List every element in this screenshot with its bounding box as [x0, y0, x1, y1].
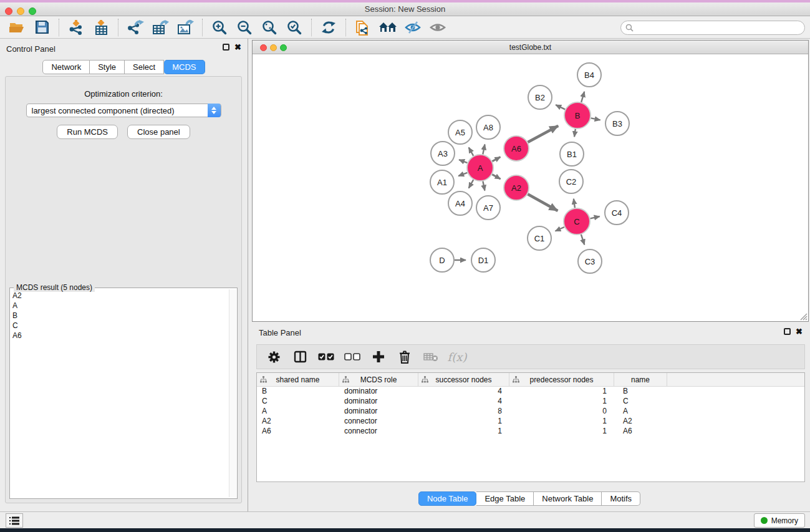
- hide-selected-button[interactable]: [400, 18, 425, 37]
- table-row[interactable]: Adominator80A: [257, 407, 804, 417]
- delete-column-button[interactable]: [393, 347, 417, 367]
- export-image-button[interactable]: [173, 18, 198, 37]
- show-column-button[interactable]: [288, 347, 312, 367]
- table-tab-network-table[interactable]: Network Table: [534, 491, 602, 506]
- show-all-button[interactable]: [425, 18, 450, 37]
- refresh-button[interactable]: [316, 18, 341, 37]
- select-all-columns-button[interactable]: [314, 347, 338, 367]
- edge-B-B3[interactable]: [591, 118, 600, 120]
- column-header-MCDS-role[interactable]: MCDS role: [339, 373, 418, 386]
- table-tab-edge-table[interactable]: Edge Table: [476, 491, 534, 506]
- edge-A-A6[interactable]: [492, 157, 500, 162]
- network-graph[interactable]: AA1A3A4A5A7A8A6A2BB1B2B3B4CC1C2C3C4DD1: [253, 54, 808, 321]
- result-scrollbar[interactable]: [229, 289, 236, 497]
- delete-table-button[interactable]: [419, 347, 443, 367]
- table-cell: 1: [509, 387, 614, 397]
- edge-C-C3[interactable]: [581, 235, 584, 244]
- network-window-title: testGlobe.txt: [253, 43, 808, 52]
- table-tab-node-table[interactable]: Node Table: [418, 491, 477, 506]
- table-row[interactable]: Cdominator41C: [257, 397, 804, 407]
- mcds-result-box: MCDS result (5 nodes) A2ABCA6: [9, 288, 238, 499]
- unselect-all-columns-button[interactable]: [340, 347, 364, 367]
- optimization-criterion-select[interactable]: largest connected component (directed): [26, 104, 221, 117]
- node-table[interactable]: shared nameMCDS rolesuccessor nodesprede…: [256, 372, 805, 482]
- zoom-in-button[interactable]: [207, 18, 232, 37]
- edge-A-A4[interactable]: [469, 180, 474, 188]
- tab-select[interactable]: Select: [125, 60, 164, 74]
- zoom-fit-button[interactable]: [257, 18, 282, 37]
- table-cell: 1: [509, 417, 614, 427]
- export-table-button[interactable]: [148, 18, 173, 37]
- edge-A6-B[interactable]: [528, 126, 558, 142]
- search-input[interactable]: [634, 22, 804, 34]
- task-history-button[interactable]: [6, 513, 23, 528]
- result-list-item[interactable]: A2: [12, 291, 228, 301]
- first-neighbors-button[interactable]: [375, 18, 400, 37]
- tab-network[interactable]: Network: [42, 60, 90, 74]
- result-list-item[interactable]: C: [12, 321, 228, 331]
- table-row[interactable]: Bdominator41B: [257, 387, 804, 397]
- node-label-B1: B1: [567, 150, 577, 159]
- table-cell: A2: [614, 417, 667, 427]
- zoom-selected-button[interactable]: [282, 18, 307, 37]
- node-label-A: A: [478, 163, 483, 173]
- column-header-successor-nodes[interactable]: successor nodes: [418, 373, 509, 386]
- edge-A2-C[interactable]: [528, 194, 557, 211]
- table-body: Bdominator41BCdominator41CAdominator80AA…: [257, 387, 804, 437]
- create-column-button[interactable]: [367, 347, 390, 367]
- edge-C-C1[interactable]: [556, 227, 564, 231]
- close-panel-button[interactable]: Close panel: [127, 125, 190, 139]
- checked-checkboxes-icon: [318, 353, 334, 360]
- table-cell: connector: [339, 427, 418, 437]
- tab-mcds[interactable]: MCDS: [164, 60, 205, 74]
- table-options-button[interactable]: [262, 347, 286, 367]
- result-list-item[interactable]: A: [12, 301, 228, 311]
- zoom-out-icon: [237, 20, 252, 35]
- open-session-button[interactable]: [4, 18, 29, 37]
- export-network-button[interactable]: [123, 18, 148, 37]
- run-mcds-button[interactable]: Run MCDS: [57, 125, 118, 139]
- result-list-item[interactable]: A6: [12, 331, 228, 341]
- edge-B-B1[interactable]: [574, 129, 576, 137]
- table-row[interactable]: A6connector11A6: [257, 427, 804, 437]
- table-cell: 1: [509, 427, 614, 437]
- column-header-predecessor-nodes[interactable]: predecessor nodes: [509, 373, 614, 386]
- float-table-panel-icon[interactable]: [784, 328, 791, 335]
- import-table-button[interactable]: [89, 18, 113, 37]
- edge-A-A2[interactable]: [492, 175, 500, 179]
- zoom-out-button[interactable]: [232, 18, 257, 37]
- save-floppy-icon: [35, 20, 49, 34]
- edge-C-C2[interactable]: [574, 199, 575, 208]
- node-label-B3: B3: [612, 119, 622, 128]
- close-table-panel-icon[interactable]: ✖: [796, 328, 803, 335]
- search-box[interactable]: [620, 21, 805, 35]
- new-network-from-selection-button[interactable]: [350, 18, 375, 37]
- resize-grip-icon[interactable]: [799, 312, 808, 321]
- table-row[interactable]: A2connector11A2: [257, 417, 804, 427]
- node-label-C1: C1: [534, 234, 545, 243]
- column-header-shared-name[interactable]: shared name: [257, 373, 339, 386]
- edge-A-A1[interactable]: [458, 173, 467, 176]
- tab-style[interactable]: Style: [90, 60, 125, 74]
- network-window-titlebar[interactable]: testGlobe.txt: [253, 41, 808, 54]
- edge-A-A8[interactable]: [483, 144, 485, 154]
- open-folder-icon: [9, 20, 25, 35]
- column-header-name[interactable]: name: [614, 373, 667, 386]
- float-panel-icon[interactable]: [223, 44, 229, 51]
- import-network-button[interactable]: [64, 18, 89, 37]
- edge-A-A3[interactable]: [459, 160, 467, 163]
- function-builder-button[interactable]: f(x): [445, 347, 469, 367]
- edge-B-B4[interactable]: [581, 92, 584, 102]
- edge-A-A7[interactable]: [483, 181, 485, 191]
- network-canvas[interactable]: AA1A3A4A5A7A8A6A2BB1B2B3B4CC1C2C3C4DD1: [253, 54, 808, 321]
- memory-button[interactable]: Memory: [754, 513, 805, 528]
- table-tab-motifs[interactable]: Motifs: [602, 491, 640, 506]
- edge-C-C4[interactable]: [590, 216, 599, 218]
- result-list-item[interactable]: B: [12, 311, 228, 321]
- edge-A-A5[interactable]: [469, 147, 474, 155]
- save-session-button[interactable]: [29, 18, 54, 37]
- application-window: Session: New Session: [0, 0, 810, 532]
- close-panel-icon[interactable]: ✖: [234, 44, 241, 51]
- mcds-result-list[interactable]: A2ABCA6: [12, 291, 228, 497]
- edge-B-B2[interactable]: [556, 105, 565, 109]
